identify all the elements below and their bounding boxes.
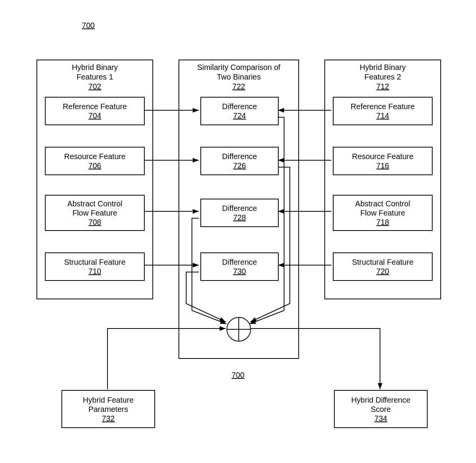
- box-reference-feature-2: Reference Feature 714: [333, 97, 433, 125]
- panel-title-center: Similarity Comparison of Two Binaries 72…: [179, 60, 298, 91]
- box-resource-feature-1: Resource Feature 706: [45, 147, 145, 175]
- diagram-canvas: 700 Hybrid Binary Features 1 702 Referen…: [0, 0, 476, 463]
- panel-similarity-comparison: Similarity Comparison of Two Binaries 72…: [178, 60, 299, 359]
- box-difference-724: Difference 724: [200, 97, 279, 125]
- box-difference-728: Difference 728: [200, 199, 279, 227]
- box-difference-730: Difference 730: [200, 252, 279, 281]
- figure-label-bottom: 700: [226, 371, 250, 380]
- box-resource-feature-2: Resource Feature 716: [333, 147, 433, 175]
- box-difference-726: Difference 726: [200, 147, 279, 175]
- figure-label-top: 700: [77, 21, 100, 30]
- box-structural-feature-2: Structural Feature 720: [333, 252, 433, 281]
- box-hybrid-feature-parameters: Hybrid Feature Parameters 732: [61, 390, 155, 428]
- panel-title-right: Hybrid Binary Features 2 712: [325, 60, 440, 91]
- summing-junction: [226, 317, 251, 342]
- box-reference-feature-1: Reference Feature 704: [45, 97, 145, 125]
- panel-hybrid-features-2: Hybrid Binary Features 2 712 Reference F…: [324, 60, 441, 299]
- box-structural-feature-1: Structural Feature 710: [45, 252, 145, 281]
- box-abstract-control-flow-2: Abstract Control Flow Feature 718: [333, 195, 433, 231]
- panel-hybrid-features-1: Hybrid Binary Features 1 702 Reference F…: [36, 60, 153, 299]
- panel-title-left: Hybrid Binary Features 1 702: [37, 60, 152, 91]
- box-hybrid-difference-score: Hybrid Difference Score 734: [334, 390, 428, 428]
- box-abstract-control-flow-1: Abstract Control Flow Feature 708: [45, 195, 145, 231]
- panel-title-text: Hybrid Binary Features 1: [72, 63, 118, 81]
- panel-number: 702: [88, 82, 101, 91]
